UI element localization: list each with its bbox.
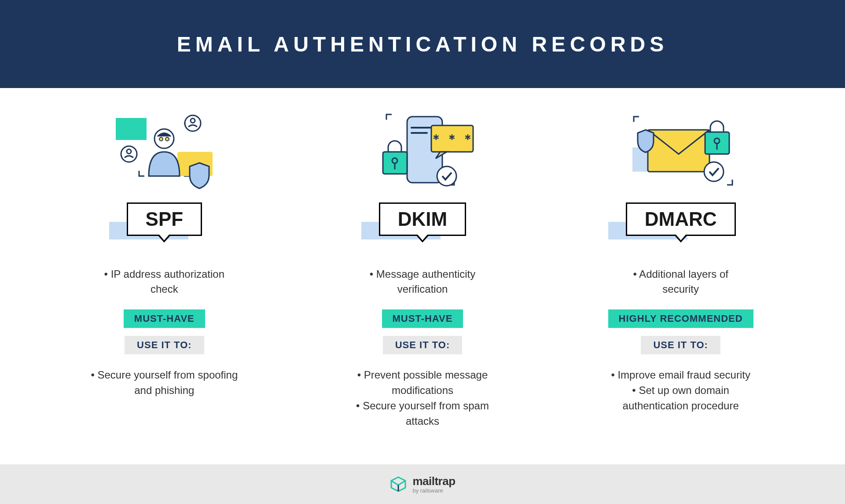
record-uses: • Improve email fraud security• Set up o… bbox=[602, 368, 760, 413]
svg-point-6 bbox=[154, 129, 174, 148]
page-title: EMAIL AUTHENTICATION RECORDS bbox=[177, 32, 668, 56]
footer-brand: mailtrap by railsware bbox=[412, 475, 455, 493]
priority-badge: HIGHLY RECOMMENDED bbox=[608, 309, 753, 328]
record-uses: • Prevent possible message modifications… bbox=[343, 368, 502, 429]
priority-badge: MUST-HAVE bbox=[124, 309, 205, 328]
dmarc-illustration bbox=[624, 110, 738, 189]
dkim-illustration: ＊ ＊ ＊ bbox=[365, 110, 480, 189]
footer-byline: by railsware bbox=[412, 488, 455, 493]
record-title: DKIM bbox=[379, 202, 466, 236]
record-title: SPF bbox=[127, 202, 202, 236]
use-it-to-label: USE IT TO: bbox=[125, 336, 204, 354]
svg-point-23 bbox=[704, 162, 724, 181]
svg-point-17 bbox=[437, 166, 456, 186]
spf-illustration bbox=[107, 110, 221, 189]
record-description: • Additional layers of security bbox=[615, 267, 747, 296]
svg-rect-19 bbox=[648, 130, 709, 172]
footer-brand-name: mailtrap bbox=[412, 475, 455, 487]
content-row: SPF • IP address authorization check MUS… bbox=[0, 88, 845, 464]
record-title: DMARC bbox=[626, 202, 736, 236]
svg-point-7 bbox=[159, 137, 163, 141]
record-column-dkim: ＊ ＊ ＊ DKIM • Message authenticity verifi… bbox=[330, 110, 515, 429]
svg-rect-0 bbox=[116, 118, 147, 140]
record-title-wrap: DKIM bbox=[379, 202, 466, 236]
mailtrap-logo-icon bbox=[389, 475, 407, 493]
svg-text:＊ ＊ ＊: ＊ ＊ ＊ bbox=[430, 132, 474, 146]
svg-point-8 bbox=[165, 137, 169, 141]
record-column-spf: SPF • IP address authorization check MUS… bbox=[72, 110, 257, 398]
record-column-dmarc: DMARC • Additional layers of security HI… bbox=[588, 110, 773, 414]
record-title-wrap: SPF bbox=[127, 202, 202, 236]
record-title-wrap: DMARC bbox=[626, 202, 736, 236]
header: EMAIL AUTHENTICATION RECORDS bbox=[0, 0, 845, 88]
use-it-to-label: USE IT TO: bbox=[641, 336, 720, 354]
record-description: • IP address authorization check bbox=[98, 267, 230, 296]
use-it-to-label: USE IT TO: bbox=[383, 336, 463, 354]
record-uses: • Secure yourself from spoofing and phis… bbox=[85, 368, 243, 398]
footer: mailtrap by railsware bbox=[0, 464, 845, 504]
record-description: • Message authenticity verification bbox=[356, 267, 489, 296]
priority-badge: MUST-HAVE bbox=[382, 309, 463, 328]
